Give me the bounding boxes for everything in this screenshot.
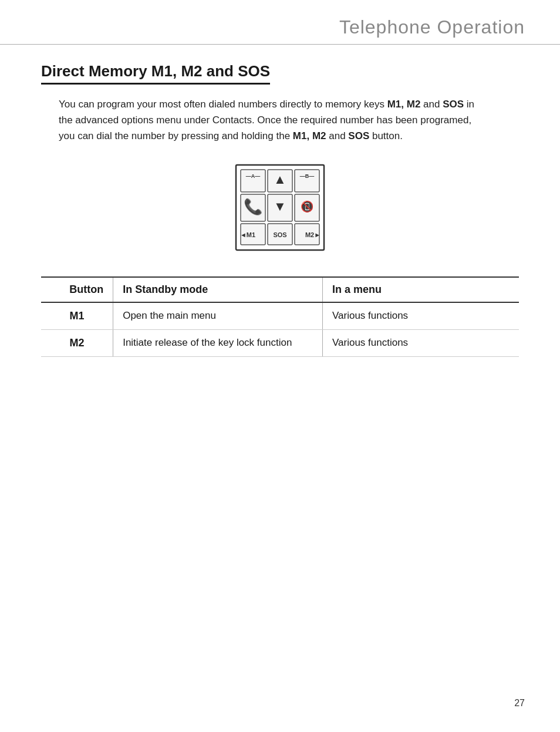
svg-text:—A—: —A— <box>246 173 261 179</box>
page-number: 27 <box>514 698 525 709</box>
svg-text:📞: 📞 <box>244 197 263 216</box>
section-description: You can program your most often dialed n… <box>41 96 487 144</box>
table-row: M2 Initiate release of the key lock func… <box>41 329 519 356</box>
row1-button: M1 <box>41 302 113 330</box>
button-table: Button In Standby mode In a menu M1 Open… <box>41 276 519 357</box>
table-row: M1 Open the main menu Various functions <box>41 302 519 330</box>
row2-standby: Initiate release of the key lock functio… <box>113 329 323 356</box>
main-content: Direct Memory M1, M2 and SOS You can pro… <box>0 45 560 380</box>
section-title: Direct Memory M1, M2 and SOS <box>41 62 270 85</box>
col-header-menu: In a menu <box>322 277 519 302</box>
svg-text:—B—: —B— <box>300 173 315 179</box>
row1-menu: Various functions <box>322 302 519 330</box>
svg-text:M2►: M2► <box>305 231 321 238</box>
page-header: Telephone Operation <box>0 0 560 45</box>
col-header-button: Button <box>41 277 113 302</box>
keypad-diagram: —A— ▲ —B— 📞 ▼ 📵 ◄M1 SOS <box>41 162 519 253</box>
col-header-standby: In Standby mode <box>113 277 323 302</box>
svg-text:SOS: SOS <box>273 231 286 238</box>
svg-text:▼: ▼ <box>274 199 286 214</box>
table-header-row: Button In Standby mode In a menu <box>41 277 519 302</box>
svg-text:📵: 📵 <box>301 200 314 213</box>
svg-text:◄M1: ◄M1 <box>240 231 255 238</box>
keypad-svg: —A— ▲ —B— 📞 ▼ 📵 ◄M1 SOS <box>218 162 342 253</box>
page-title: Telephone Operation <box>35 16 525 38</box>
row1-standby: Open the main menu <box>113 302 323 330</box>
row2-menu: Various functions <box>322 329 519 356</box>
row2-button: M2 <box>41 329 113 356</box>
svg-text:▲: ▲ <box>274 172 286 187</box>
